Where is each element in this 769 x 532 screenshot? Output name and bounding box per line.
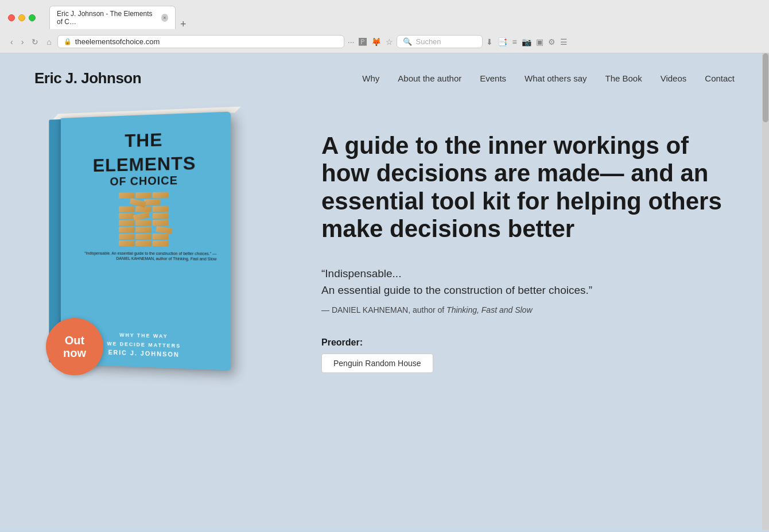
back-button[interactable]: ‹ <box>8 36 15 48</box>
traffic-lights <box>8 14 36 21</box>
book-title-line3: OF CHOICE <box>69 173 222 189</box>
nav-item-what-others-say[interactable]: What others say <box>525 73 587 84</box>
site-navigation: Eric J. Johnson Why About the author Eve… <box>0 53 769 103</box>
search-icon: 🔍 <box>403 37 412 46</box>
nav-link-what-others-say[interactable]: What others say <box>525 73 587 83</box>
hero-headline: A guide to the inner workings of how dec… <box>321 132 735 243</box>
browser-chrome: Eric J. Johnson - The Elements of C… × +… <box>0 0 769 53</box>
extensions-icon[interactable]: ··· <box>348 37 355 46</box>
nav-item-videos[interactable]: Videos <box>661 73 687 84</box>
pocket-icon[interactable]: 🅿 <box>359 37 367 46</box>
star-icon[interactable]: ☆ <box>386 37 393 46</box>
tab-close-button[interactable]: × <box>161 14 168 22</box>
hero-section: THE ELEMENTS OF CHOICE <box>0 103 769 396</box>
url-text: theelementsofchoice.com <box>75 37 160 46</box>
search-bar[interactable]: 🔍 Suchen <box>397 35 483 48</box>
hero-attribution: — DANIEL KAHNEMAN, author of Thinking, F… <box>321 305 735 314</box>
active-tab[interactable]: Eric J. Johnson - The Elements of C… × <box>49 6 176 29</box>
website: Eric J. Johnson Why About the author Eve… <box>0 53 769 530</box>
preorder-label: Preorder: <box>321 337 735 348</box>
search-placeholder: Suchen <box>415 37 441 46</box>
hero-quote: “Indispensable... An essential guide to … <box>321 266 735 298</box>
nav-link-contact[interactable]: Contact <box>705 73 735 83</box>
address-bar[interactable]: 🔒 theelementsofchoice.com <box>57 35 344 48</box>
book-title-line2: ELEMENTS <box>69 153 222 175</box>
nav-item-about-author[interactable]: About the author <box>398 73 461 84</box>
nav-links: Why About the author Events What others … <box>362 73 735 84</box>
lock-icon: 🔒 <box>64 38 72 45</box>
nav-link-videos[interactable]: Videos <box>661 73 687 83</box>
reading-list-icon[interactable]: ≡ <box>512 37 516 46</box>
title-bar: Eric J. Johnson - The Elements of C… × + <box>0 0 769 33</box>
scrollbar-thumb[interactable] <box>763 53 768 122</box>
book-quote-small: “Indispensable. An essential guide to th… <box>69 251 222 332</box>
refresh-button[interactable]: ↻ <box>29 36 41 48</box>
hero-text: A guide to the inner workings of how dec… <box>321 115 735 373</box>
nav-item-contact[interactable]: Contact <box>705 73 735 84</box>
minimize-button[interactable] <box>18 14 25 21</box>
toolbar-icons: ··· 🅿 🦊 ☆ <box>348 37 394 46</box>
nav-link-why[interactable]: Why <box>362 73 379 83</box>
close-button[interactable] <box>8 14 15 21</box>
maximize-button[interactable] <box>29 14 36 21</box>
book-container: THE ELEMENTS OF CHOICE <box>34 115 275 370</box>
nav-link-about-author[interactable]: About the author <box>398 73 461 83</box>
badge-line2: now <box>63 347 86 359</box>
book-title-line1: THE <box>69 129 222 152</box>
site-logo[interactable]: Eric J. Johnson <box>34 69 141 87</box>
new-tab-button[interactable]: + <box>176 19 191 29</box>
bookmarks-icon[interactable]: 📑 <box>498 37 507 46</box>
nav-item-why[interactable]: Why <box>362 73 379 84</box>
right-toolbar-icons: ⬇ 📑 ≡ 📷 ▣ ⚙ ☰ <box>486 37 567 46</box>
nav-item-the-book[interactable]: The Book <box>605 73 642 84</box>
quote-open: “Indispensable... <box>321 266 735 282</box>
download-icon[interactable]: ⬇ <box>486 37 493 46</box>
home-button[interactable]: ⌂ <box>44 36 53 48</box>
browser-toolbar: ‹ › ↻ ⌂ 🔒 theelementsofchoice.com ··· 🅿 … <box>0 33 769 53</box>
tab-bar: Eric J. Johnson - The Elements of C… × + <box>49 6 761 29</box>
pip-icon[interactable]: ▣ <box>536 37 543 46</box>
attribution-prefix: — DANIEL KAHNEMAN, author of <box>321 305 446 314</box>
nav-link-the-book[interactable]: The Book <box>605 73 642 83</box>
nav-link-events[interactable]: Events <box>480 73 506 83</box>
forward-button[interactable]: › <box>19 36 26 48</box>
settings-icon[interactable]: ⚙ <box>548 37 556 46</box>
jenga-visual <box>119 192 169 246</box>
out-now-badge: Out now <box>46 318 103 375</box>
preorder-button[interactable]: Penguin Random House <box>321 354 433 373</box>
screenshot-icon[interactable]: 📷 <box>522 37 531 46</box>
quote-body: An essential guide to the construction o… <box>321 282 735 299</box>
nav-item-events[interactable]: Events <box>480 73 506 84</box>
tab-title: Eric J. Johnson - The Elements of C… <box>57 10 158 26</box>
badge-line1: Out <box>65 334 84 347</box>
menu-icon[interactable]: ☰ <box>560 37 568 46</box>
attribution-book: Thinking, Fast and Slow <box>446 305 532 314</box>
firefox-icon: 🦊 <box>371 37 381 46</box>
scrollbar[interactable] <box>762 53 769 530</box>
